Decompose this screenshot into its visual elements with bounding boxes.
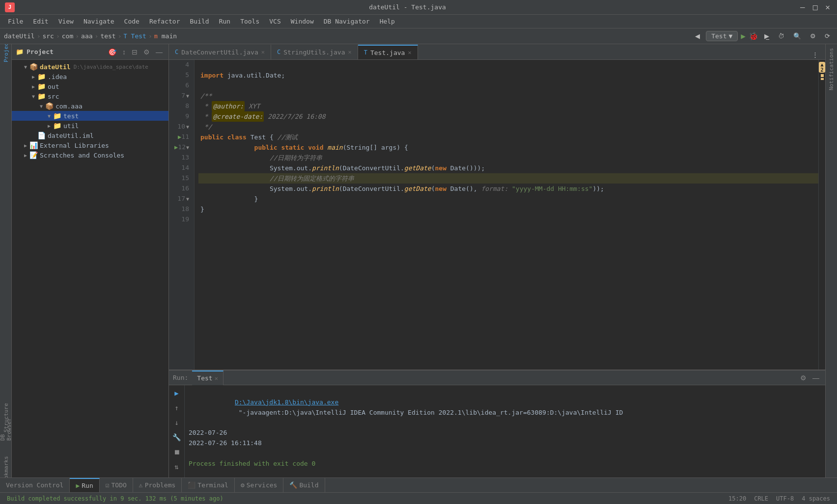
close-button[interactable]: ✕ (823, 2, 832, 12)
breadcrumb-project[interactable]: dateUtil (4, 32, 35, 40)
tree-item-test[interactable]: ▼ 📁 test (12, 111, 168, 121)
toolbar-tab-services[interactable]: ⚙ Services (235, 478, 283, 493)
search-button[interactable]: 🔍 (790, 31, 804, 41)
tree-item-src[interactable]: ▼ 📁 src (12, 91, 168, 101)
breadcrumb-method[interactable]: m main (154, 32, 177, 40)
run-side-btn[interactable]: ▶ (171, 387, 183, 399)
code-content[interactable]: import java.util.Date; /** * @author: XY… (195, 60, 818, 370)
menu-code[interactable]: Code (120, 17, 143, 26)
code-line-4 (198, 60, 818, 70)
menu-navigate[interactable]: Navigate (80, 17, 118, 26)
tab-test-close[interactable]: ✕ (408, 49, 411, 56)
editor-area: C DateConvertUtil.java ✕ C StringUtils.j… (169, 44, 825, 477)
profile-button[interactable]: ⏱ (775, 31, 787, 41)
scroll-up-btn[interactable]: ↑ (171, 402, 183, 414)
menu-run[interactable]: Run (215, 17, 234, 26)
panel-collapse-btn[interactable]: — (810, 373, 821, 383)
toolbar-tab-terminal[interactable]: ⬛ Terminal (182, 478, 235, 493)
panel-locate-button[interactable]: 🎯 (106, 47, 118, 57)
breadcrumb-src[interactable]: src (42, 32, 54, 40)
scroll-down-btn[interactable]: ↓ (171, 417, 183, 428)
vcs-update-button[interactable]: ⟳ (822, 31, 833, 41)
tree-item-util[interactable]: ▶ 📁 util (12, 121, 168, 131)
settings-button[interactable]: ⚙ (807, 31, 819, 41)
tree-item-idea[interactable]: ▶ 📁 .idea (12, 72, 168, 81)
toolbar-tab-run[interactable]: ▶ Run (70, 478, 99, 493)
sidebar-tab-project[interactable]: Project (1, 46, 11, 56)
menu-window[interactable]: Window (287, 17, 318, 26)
tab-stringutils-close[interactable]: ✕ (348, 49, 351, 55)
toolbar-tab-versioncontrol[interactable]: Version Control (0, 478, 70, 493)
bottom-side-tools: ▶ ↑ ↓ 🔧 ⏹ ⇅ (169, 385, 185, 477)
back-button[interactable]: ◀ (692, 31, 703, 41)
stop-btn[interactable]: ⏹ (171, 446, 183, 458)
sidebar-tab-bookmarks[interactable]: Bookmarks (1, 466, 11, 476)
tab-dateconvert-close[interactable]: ✕ (261, 49, 265, 55)
maximize-button[interactable]: □ (811, 2, 820, 12)
gutter-line-8: 8 (169, 101, 191, 111)
tree-item-dateutil[interactable]: ▼ 📦 dateUtil D:\java\idea_space\date (12, 62, 168, 72)
breadcrumb-test[interactable]: test (100, 32, 115, 40)
minimize-button[interactable]: — (798, 2, 807, 12)
breadcrumb-com[interactable]: com (62, 32, 73, 40)
panel-scroll-button[interactable]: ↕ (120, 47, 128, 57)
scroll-indicator-2 (821, 78, 824, 80)
run-button[interactable]: ▶ (741, 31, 746, 41)
gutter-line-6: 6 (169, 80, 191, 91)
menu-build[interactable]: Build (186, 17, 213, 26)
code-line-6 (198, 80, 818, 91)
panel-settings-btn[interactable]: ⚙ (798, 373, 809, 383)
status-position[interactable]: 15:20 (725, 495, 749, 502)
run-config-label: Test (711, 32, 726, 40)
breadcrumb-aaa[interactable]: aaa (81, 32, 92, 40)
sort-btn[interactable]: ⇅ (171, 461, 183, 473)
bottom-tab-test[interactable]: Test ✕ (192, 371, 223, 385)
panel-collapse-button[interactable]: ⊟ (130, 47, 140, 57)
menu-help[interactable]: Help (376, 17, 399, 26)
tab-stringutils[interactable]: C StringUtils.java ✕ (271, 45, 358, 59)
menu-refactor[interactable]: Refactor (145, 17, 184, 26)
warning-badge[interactable]: ▲ 2 (819, 62, 825, 73)
tab-stringutils-icon: C (277, 49, 280, 55)
sidebar-tab-db-browser[interactable]: DB Browser (1, 424, 11, 434)
gutter-line-15: 15 (169, 173, 191, 184)
bottom-panel-tools: ⚙ — (798, 373, 821, 383)
bottom-toolbar: Version Control ▶ Run ☑ TODO ⚠ Problems … (0, 477, 837, 492)
status-build[interactable]: Build completed successfully in 9 sec. 1… (4, 495, 226, 502)
toolbar-tab-todo[interactable]: ☑ TODO (100, 478, 133, 493)
tree-item-external-libs[interactable]: ▶ 📊 External Libraries (12, 140, 168, 150)
notifications-tab[interactable]: Notifications (828, 46, 835, 92)
tree-item-comaaa[interactable]: ▼ 📦 com.aaa (12, 101, 168, 111)
tree-item-iml[interactable]: 📄 dateUtil.iml (12, 131, 168, 140)
coverage-button[interactable]: ▶̲ (761, 31, 772, 41)
tab-dateconvert[interactable]: C DateConvertUtil.java ✕ (169, 45, 271, 59)
menu-vcs[interactable]: VCS (265, 17, 284, 26)
tab-test-icon: T (364, 49, 367, 56)
editor-settings-button[interactable]: ⋮ (809, 50, 821, 59)
tree-item-scratches[interactable]: ▶ 📝 Scratches and Consoles (12, 150, 168, 160)
menu-view[interactable]: View (55, 17, 78, 26)
status-charset[interactable]: UTF-8 (773, 495, 797, 502)
tab-test[interactable]: T Test.java ✕ (358, 45, 418, 59)
run-config[interactable]: Test ▼ (706, 31, 738, 41)
build-icon: 🔨 (289, 481, 297, 489)
status-indent[interactable]: 4 spaces (799, 495, 833, 502)
status-encoding[interactable]: CRLE (751, 495, 771, 502)
panel-settings-button[interactable]: ⚙ (141, 47, 152, 57)
menu-file[interactable]: File (4, 17, 27, 26)
tree-item-out[interactable]: ▶ 📁 out (12, 81, 168, 91)
breadcrumb-file[interactable]: T Test (124, 32, 146, 40)
menu-edit[interactable]: Edit (29, 17, 52, 26)
console-command[interactable]: D:\Java\jdk1.8\bin\java.exe (235, 398, 338, 406)
menu-db-navigator[interactable]: DB Navigator (320, 17, 374, 26)
panel-hide-button[interactable]: — (154, 47, 165, 57)
code-line-14: System.out.println(DateConvertUtil.getDa… (198, 163, 818, 173)
app-icon: J (5, 2, 15, 12)
right-gutter: ▲ 2 (818, 60, 825, 370)
bottom-tab-close[interactable]: ✕ (215, 375, 218, 382)
wrench-btn[interactable]: 🔧 (171, 431, 183, 443)
menu-tools[interactable]: Tools (236, 17, 263, 26)
toolbar-tab-problems[interactable]: ⚠ Problems (133, 478, 182, 493)
toolbar-tab-build[interactable]: 🔨 Build (283, 478, 325, 493)
debug-button[interactable]: 🐞 (749, 31, 758, 41)
